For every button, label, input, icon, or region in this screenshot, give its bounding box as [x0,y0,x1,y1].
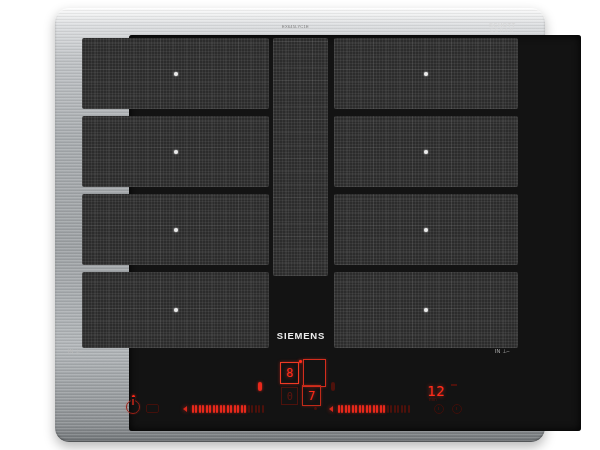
zone-center-dot [424,308,428,312]
timer-select-icon[interactable] [452,404,462,414]
zone-select-front-right[interactable]: 7 [302,385,321,406]
slider-tick[interactable] [251,405,253,413]
slider-tick[interactable] [394,405,396,413]
slider-tick[interactable] [255,405,257,413]
zone-center-dot [174,308,178,312]
cooking-zone-right-1 [334,38,518,109]
zone-center-dot [174,228,178,232]
slider-tick[interactable] [380,405,382,413]
ground-icon: ⊥– [76,348,82,354]
timer-display: 12 min [427,381,445,400]
zone-center-dot [424,150,428,154]
slider-tick[interactable] [223,405,225,413]
slider-start-icon [183,406,187,412]
install-mark-left: IN⊥– [68,348,82,354]
slider-tick[interactable] [352,405,354,413]
zone-level-display: 8 0 7 [278,357,330,407]
left-power-slider[interactable] [183,403,264,415]
cooking-zone-right-2 [334,116,518,187]
install-mark-right: IN⊥– [495,348,509,354]
slider-tick[interactable] [258,405,260,413]
slider-tick[interactable] [262,405,264,413]
slider-tick[interactable] [237,405,239,413]
slider-tick[interactable] [362,405,364,413]
slider-tick[interactable] [234,405,236,413]
slider-tick[interactable] [192,405,194,413]
model-label: EX645LYC1E [282,24,309,29]
left-zone-indicator-icon [258,382,262,391]
slider-tick[interactable] [244,405,246,413]
cooking-zone-left-4 [82,272,269,348]
slider-tick[interactable] [213,405,215,413]
zone-center-dot [424,72,428,76]
slider-tick[interactable] [366,405,368,413]
slider-tick[interactable] [338,405,340,413]
in-label: IN [68,348,73,354]
in-label: IN [495,348,500,354]
zone-select-rear-left[interactable]: 8 [280,362,299,384]
zone-center-dot [424,228,428,232]
right-zone-indicator-icon [331,382,335,391]
slider-tick[interactable] [345,405,347,413]
slider-tick[interactable] [355,405,357,413]
slider-tick[interactable] [401,405,403,413]
zone-level-value: 7 [308,389,315,403]
zone-level-value: 8 [286,366,293,380]
cooking-zone-left-3 [82,194,269,265]
slider-tick[interactable] [383,405,385,413]
cooking-zone-center [273,38,328,276]
timer-clock-icon[interactable] [434,404,444,414]
zone-select-rear-right[interactable] [303,359,326,387]
slider-tick[interactable] [220,405,222,413]
slider-tick[interactable] [227,405,229,413]
zone-active-dot [299,360,302,363]
slider-tick[interactable] [216,405,218,413]
slider-tick[interactable] [369,405,371,413]
cooking-zone-left-1 [82,38,269,109]
slider-tick[interactable] [199,405,201,413]
slider-tick[interactable] [397,405,399,413]
slider-tick[interactable] [341,405,343,413]
slider-tick[interactable] [359,405,361,413]
slider-tick[interactable] [404,405,406,413]
slider-tick[interactable] [209,405,211,413]
schott-ceran-logo: SCHOTT CERAN [489,22,515,33]
child-lock-key-icon[interactable] [146,404,159,413]
slider-tick[interactable] [376,405,378,413]
center-indicator-dot [314,407,317,410]
ceran-line: CERAN [489,28,515,33]
slider-tick[interactable] [248,405,250,413]
slider-tick[interactable] [195,405,197,413]
zone-center-dot [174,72,178,76]
zone-level-value: 0 [286,391,292,402]
cooking-zone-right-4 [334,272,518,348]
ground-icon: ⊥– [503,348,509,354]
cooking-zone-right-3 [334,194,518,265]
slider-tick[interactable] [230,405,232,413]
zone-select-front-left[interactable]: 0 [281,387,298,405]
brand-logo: SIEMENS [271,330,331,340]
slider-tick[interactable] [348,405,350,413]
slider-tick[interactable] [373,405,375,413]
cooking-zone-left-2 [82,116,269,187]
timer-unit: min [429,397,437,402]
slider-tick[interactable] [202,405,204,413]
right-power-slider[interactable] [329,403,410,415]
slider-tick[interactable] [206,405,208,413]
slider-tick[interactable] [408,405,410,413]
slider-tick[interactable] [387,405,389,413]
power-standby-icon[interactable] [126,400,140,414]
slider-tick[interactable] [390,405,392,413]
slider-tick[interactable] [241,405,243,413]
timer-side-segment [451,384,457,386]
zone-center-dot [174,150,178,154]
product-photo: EX645LYC1E SCHOTT CERAN SIEMENS IN⊥– IN⊥… [0,0,600,450]
